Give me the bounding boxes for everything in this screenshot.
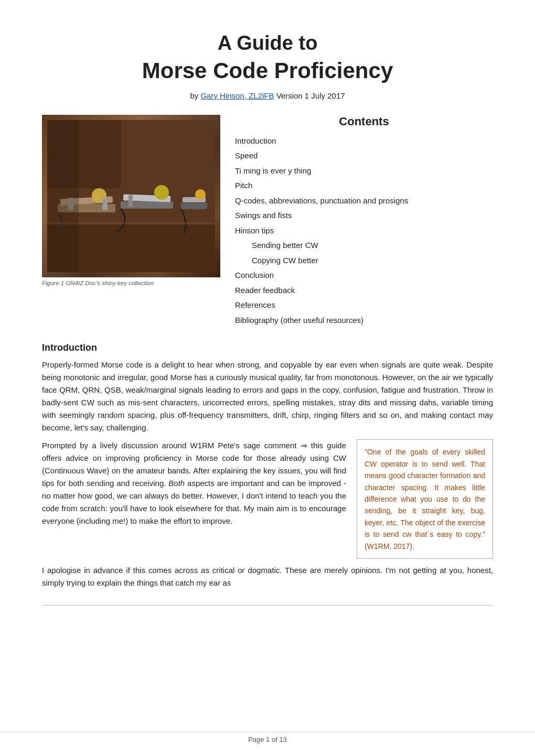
contents-list: Introduction Speed Ti ming is ever y thi…	[235, 134, 493, 328]
intro-para1: Properly-formed Morse code is a delight …	[42, 359, 493, 434]
toc-item-sending: Sending better CW	[235, 238, 493, 253]
contents-col: Contents Introduction Speed Ti ming is e…	[235, 115, 493, 328]
svg-rect-6	[102, 198, 108, 210]
toc-item-pitch: Pitch	[235, 178, 493, 193]
intro-para3: I apologise in advance if this comes acr…	[42, 564, 493, 589]
morse-key-image	[42, 115, 220, 277]
contents-title: Contents	[235, 115, 493, 128]
main-title: A Guide to	[42, 31, 493, 56]
page-container: A Guide to Morse Code Proficiency by Gar…	[0, 0, 535, 637]
svg-rect-11	[181, 203, 207, 209]
toc-item-swings: Swings and fists	[235, 208, 493, 223]
byline-prefix: by	[190, 91, 200, 100]
intro-two-col-body: Prompted by a lively discussion around W…	[42, 439, 493, 559]
svg-rect-10	[129, 195, 133, 207]
toc-item-bibliography: Bibliography (other useful resources)	[235, 313, 493, 328]
toc-item-conclusion: Conclusion	[235, 268, 493, 283]
toc-item-speed: Speed	[235, 148, 493, 164]
toc-item-introduction: Introduction	[235, 134, 493, 149]
introduction-heading: Introduction	[42, 342, 493, 353]
toc-item-hinson: Hinson tips	[235, 223, 493, 239]
byline-suffix: Version 1 July 2017	[274, 91, 345, 100]
byline-author-link[interactable]: Gary Hinson, ZL2iFB	[200, 91, 274, 100]
svg-point-13	[195, 189, 206, 200]
morse-key-svg	[47, 120, 215, 272]
toc-item-copying: Copying CW better	[235, 253, 493, 268]
intro-two-col: Figure 1 ON4IZ Doc's shiny key collectio…	[42, 115, 493, 328]
toc-item-qcodes: Q-codes, abbreviations, punctuation and …	[235, 193, 493, 209]
subtitle: Morse Code Proficiency	[42, 58, 493, 84]
page-footer: Page 1 of 13	[0, 732, 535, 743]
svg-rect-16	[47, 120, 79, 272]
intro-para2-left: Prompted by a lively discussion around W…	[42, 439, 346, 559]
toc-item-references: References	[235, 298, 493, 313]
svg-point-9	[154, 185, 169, 200]
toc-item-timing: Ti ming is ever y thing	[235, 164, 493, 179]
image-bg	[42, 115, 220, 277]
byline: by Gary Hinson, ZL2iFB Version 1 July 20…	[42, 91, 493, 100]
figure-caption: Figure 1 ON4IZ Doc's shiny key collectio…	[42, 280, 220, 286]
image-col: Figure 1 ON4IZ Doc's shiny key collectio…	[42, 115, 220, 328]
intro-para2-text: Prompted by a lively discussion around W…	[42, 441, 346, 525]
quote-box: "One of the goals of every skilled CW op…	[357, 439, 493, 559]
footer-rule	[42, 605, 493, 606]
toc-item-feedback: Reader feedback	[235, 283, 493, 298]
